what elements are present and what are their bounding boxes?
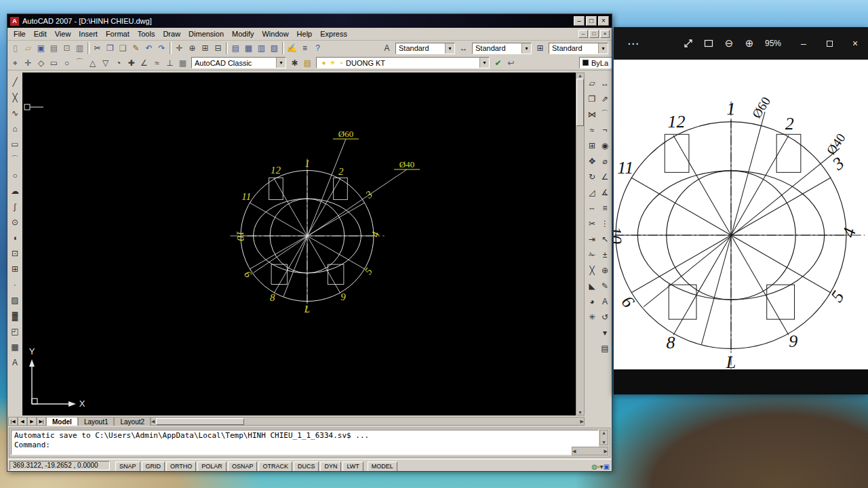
status-toggle-ducs[interactable]: DUCS — [294, 462, 319, 472]
zoom-window-icon[interactable]: ⊞ — [199, 42, 212, 54]
chevron-down-icon[interactable]: ▾ — [598, 43, 608, 54]
scroll-right-icon[interactable]: ▶ — [580, 419, 584, 424]
menu-view[interactable]: View — [51, 29, 75, 39]
polyline-icon[interactable]: ∿ — [9, 105, 21, 121]
menu-format[interactable]: Format — [102, 29, 134, 39]
table-style-combo[interactable]: Standard▾ — [549, 43, 608, 54]
chamfer-icon[interactable]: ◣ — [586, 278, 598, 293]
dim-continue-icon[interactable]: ⋮ — [599, 216, 611, 231]
command-text-area[interactable]: Automatic save to C:\Users\Admin\AppData… — [11, 430, 599, 455]
text-style-icon[interactable]: A — [380, 42, 393, 54]
scrollbar-thumb[interactable] — [156, 418, 244, 425]
table-style-icon[interactable]: ⊞ — [534, 42, 547, 54]
spline-icon[interactable]: ∫ — [9, 199, 21, 214]
menu-express[interactable]: Express — [316, 29, 351, 39]
chevron-down-icon[interactable]: ▾ — [445, 43, 454, 54]
tab-nav-button-1[interactable]: ◀ — [18, 417, 27, 426]
insert-block-icon[interactable]: ⊡ — [9, 245, 21, 261]
dim-text-edit-icon[interactable]: A — [599, 293, 611, 309]
copy-object-icon[interactable]: ❐ — [586, 91, 598, 106]
viewport-icon[interactable]: ▭ — [47, 57, 60, 69]
circle-icon[interactable]: ○ — [9, 167, 21, 183]
see-more-icon[interactable]: ⋯ — [627, 37, 639, 51]
chevron-down-icon[interactable]: ▾ — [276, 58, 285, 68]
quick-dim-icon[interactable]: ∡ — [599, 184, 611, 200]
extend-icon[interactable]: ⇥ — [586, 231, 598, 247]
dim-style-list-icon[interactable]: ▾ — [599, 325, 611, 340]
dim-diameter-icon[interactable]: ⌀ — [599, 153, 611, 169]
dim-style-combo[interactable]: Standard▾ — [472, 43, 532, 54]
flip-tool-icon[interactable]: ▽ — [99, 57, 112, 69]
sheetset-manager-icon[interactable]: ▧ — [268, 42, 281, 54]
gradient-icon[interactable]: ▓ — [9, 308, 21, 323]
dim-space-icon[interactable]: ▤ — [599, 340, 611, 356]
mdi-minimize-button[interactable]: – — [578, 30, 588, 38]
menu-help[interactable]: Help — [293, 29, 317, 39]
dim-baseline-icon[interactable]: ≡ — [599, 200, 611, 216]
markup-icon[interactable]: ✍ — [285, 42, 298, 54]
close-button[interactable]: × — [598, 16, 609, 26]
tab-nav-button-0[interactable]: |◀ — [8, 417, 18, 426]
tab-nav-button-3[interactable]: ▶| — [37, 417, 46, 426]
revcloud-icon[interactable]: ☁ — [9, 183, 21, 199]
layer-sun-icon[interactable]: ☀ — [328, 59, 337, 66]
break-at-point-icon[interactable]: ✁ — [586, 247, 598, 262]
command-vertical-scrollbar[interactable]: ▲ ▼ — [599, 430, 608, 445]
hatch-icon[interactable]: ▨ — [9, 292, 21, 308]
dim-aligned-icon[interactable]: ⇗ — [599, 91, 611, 106]
match-properties-icon[interactable]: ✎ — [130, 42, 142, 54]
plot-preview-icon[interactable]: ⊡ — [60, 42, 73, 54]
designcenter-icon[interactable]: ▦ — [242, 42, 255, 54]
dim-ordinate-icon[interactable]: ¬ — [599, 122, 611, 138]
menu-tools[interactable]: Tools — [134, 29, 159, 39]
arc-tool-icon[interactable]: ⌒ — [73, 57, 86, 69]
mtext-icon[interactable]: A — [9, 354, 21, 370]
workspace-settings-icon[interactable]: ✱ — [288, 57, 301, 69]
menu-draw[interactable]: Draw — [159, 29, 184, 39]
command-horizontal-scrollbar[interactable]: ◀ ▶ — [572, 447, 608, 455]
zoom-level[interactable]: 95% — [765, 39, 781, 48]
array-icon[interactable]: ⊞ — [586, 138, 598, 153]
fillet-icon[interactable]: ◕ — [586, 293, 598, 309]
chevron-down-icon[interactable]: ▾ — [521, 43, 531, 54]
render-icon[interactable]: ▦ — [176, 57, 189, 69]
arc-icon[interactable]: ⌒ — [9, 152, 21, 167]
restore-button[interactable]: □ — [586, 16, 597, 26]
viewer-image[interactable]: 123459L86101112Ø60Ø40 — [614, 60, 868, 369]
open-icon[interactable]: ▱ — [22, 42, 35, 54]
drawing-canvas[interactable]: 123459L86101112Ø60Ø40YX — [22, 73, 576, 415]
tab-model[interactable]: Model — [46, 417, 78, 426]
viewer-maximize-button[interactable] — [816, 27, 842, 60]
temporary-snap-icon[interactable]: ⌖ — [9, 57, 22, 69]
dim-arc-length-icon[interactable]: ⌒ — [599, 106, 611, 122]
clean-screen-icon[interactable]: ▣ — [604, 463, 610, 470]
save-icon[interactable]: ▣ — [35, 42, 47, 54]
explode-icon[interactable]: ✳ — [586, 309, 598, 325]
undo-icon[interactable]: ↶ — [142, 42, 155, 54]
ellipse-icon[interactable]: ⊙ — [9, 214, 21, 230]
plus-tool-icon[interactable]: ✚ — [125, 57, 138, 69]
break-icon[interactable]: ╳ — [586, 262, 598, 278]
dim-linear-icon[interactable]: ↔ — [599, 75, 611, 91]
chevron-down-icon[interactable]: ▾ — [479, 58, 489, 68]
point-icon[interactable]: ∙ — [9, 277, 21, 292]
menu-insert[interactable]: Insert — [75, 29, 102, 39]
layer-bulb-icon[interactable]: ● — [319, 59, 328, 66]
scroll-down-icon[interactable]: ▼ — [578, 410, 583, 415]
polygon-icon[interactable]: ⌂ — [9, 121, 21, 136]
scroll-down-icon[interactable]: ▼ — [601, 440, 606, 445]
color-combo[interactable]: ByLa — [579, 57, 612, 68]
menu-edit[interactable]: Edit — [30, 29, 51, 39]
mirror-icon[interactable]: ⋈ — [586, 106, 598, 122]
scroll-right-icon[interactable]: ▶ — [604, 449, 608, 454]
zoom-realtime-icon[interactable]: ⊕ — [186, 42, 199, 54]
make-block-icon[interactable]: ⊞ — [9, 261, 21, 277]
scroll-up-icon[interactable]: ▲ — [601, 430, 606, 435]
status-toggle-snap[interactable]: SNAP — [115, 462, 140, 472]
scroll-up-icon[interactable]: ▲ — [578, 73, 583, 78]
copy-icon[interactable]: ❐ — [104, 42, 117, 54]
new-icon[interactable]: ▯ — [9, 42, 22, 54]
plot-icon[interactable]: ▤ — [47, 42, 60, 54]
redo-icon[interactable]: ↷ — [155, 42, 168, 54]
fit-to-window-icon[interactable] — [698, 38, 719, 49]
